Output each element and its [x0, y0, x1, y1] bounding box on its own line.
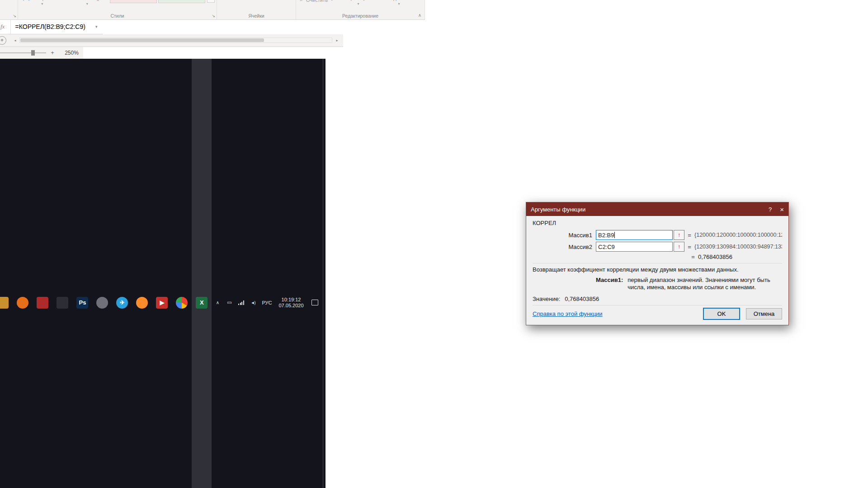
equals-sign: = [690, 253, 696, 260]
scroll-left-icon[interactable] [11, 38, 19, 42]
new-sheet-button[interactable] [0, 34, 9, 47]
dialog-close-icon[interactable] [780, 206, 784, 213]
system-tray: РУС 10:19:12 07.05.2020 [212, 59, 325, 488]
argument-row: Массив2 C2:C9 = {120309:130984:100030:94… [533, 242, 782, 252]
notification-center-icon[interactable] [307, 59, 323, 488]
group-label-styles: Стили [18, 13, 217, 19]
clear-label: Очистить [306, 0, 328, 3]
argument-value: C2:C9 [598, 244, 615, 250]
sort-filter-button[interactable]: Сортировка и фильтр [338, 0, 377, 12]
dialog-titlebar[interactable]: Аргументы функции ? [526, 202, 788, 216]
ribbon-group-number: Общий 000 Число [0, 0, 18, 19]
dialog-body: КОРРЕЛ Массив1 B2:B9 = {120000:120000:10… [526, 216, 788, 325]
clock[interactable]: 10:19:12 07.05.2020 [275, 59, 307, 488]
status-bar-right: 250% [0, 49, 79, 56]
argument-input[interactable]: C2:C9 [596, 242, 673, 252]
scroll-right-icon[interactable] [333, 38, 340, 42]
taskbar-app-button[interactable]: ✈ [112, 59, 132, 488]
function-help-link[interactable]: Справка по этой функции [533, 310, 603, 317]
insert-cells-button[interactable]: Вставить [219, 0, 243, 12]
equals-sign: = [686, 244, 693, 250]
cell-style-good[interactable]: Хороший [158, 0, 205, 3]
format-cells-button[interactable]: Формат [270, 0, 294, 12]
taskbar-app-icon: ▶ [156, 297, 168, 309]
formula-input[interactable]: =КОРРЕЛ(B2:B9;C2:C9) [11, 20, 90, 34]
gallery-more-icon[interactable] [207, 0, 215, 3]
taskbar-app-button[interactable]: Ps [72, 59, 92, 488]
equals-sign: = [686, 232, 693, 239]
conditional-formatting-button[interactable]: Условное форматирование [20, 0, 63, 12]
function-name: КОРРЕЛ [533, 220, 782, 226]
function-description: Возвращает коэффициент корреляции между … [533, 266, 782, 273]
cancel-button[interactable]: Отмена [746, 308, 782, 319]
function-arguments-dialog: Аргументы функции ? КОРРЕЛ Массив1 B2:B9… [526, 202, 789, 325]
taskbar-app-icon [96, 297, 108, 309]
zoom-slider[interactable] [0, 52, 46, 53]
dialog-launcher-icon[interactable] [212, 14, 215, 18]
value-label: Значение: [533, 296, 560, 302]
conditional-formatting-label: Условное форматирование [21, 0, 62, 1]
format-as-table-button[interactable]: Форматировать как таблицу [65, 0, 108, 12]
argument-input[interactable]: B2:B9 [596, 230, 673, 240]
show-desktop-button[interactable] [323, 59, 326, 488]
zoom-in-button[interactable] [51, 49, 54, 56]
taskbar-app-icon: X [196, 297, 208, 309]
taskbar-app-button[interactable] [52, 59, 72, 488]
taskbar-app-button[interactable] [0, 59, 13, 488]
collapse-dialog-icon[interactable] [674, 230, 684, 240]
expand-formula-bar-icon[interactable] [90, 20, 103, 34]
dialog-launcher-icon[interactable] [13, 14, 16, 18]
delete-cells-button[interactable]: Удалить [245, 0, 269, 12]
taskbar-app-button[interactable]: X [192, 59, 212, 488]
clock-time: 10:19:12 [282, 297, 301, 303]
taskbar-app-button[interactable] [33, 59, 52, 488]
taskbar-app-button[interactable] [13, 59, 33, 488]
horizontal-scrollbar[interactable] [9, 34, 343, 47]
group-label-editing: Редактирование [296, 13, 425, 19]
hscroll-track[interactable] [19, 38, 332, 43]
status-bar: Правка 250% [0, 47, 83, 59]
dialog-footer: Справка по этой функции OK Отмена [533, 308, 782, 319]
argument-help-label: Массив1: [596, 277, 627, 291]
argument-help-text: первый диапазон значений. Значениями мог… [627, 277, 782, 291]
hscroll-thumb[interactable] [20, 38, 264, 42]
taskbar: e ⚡ [0, 59, 326, 488]
argument-preview: {120309:130984:100030:94897:133948... [694, 244, 782, 250]
taskbar-app-button[interactable]: ▶ [152, 59, 172, 488]
collapse-ribbon-icon[interactable] [418, 13, 421, 18]
taskbar-app-icon: ✈ [116, 297, 128, 309]
group-label-cells: Ячейки [217, 13, 296, 19]
cell-style-bad[interactable]: Плохой [110, 0, 157, 3]
zoom-slider-thumb[interactable] [31, 50, 35, 56]
dialog-help-icon[interactable]: ? [769, 206, 772, 213]
cell-styles-gallery: Обычный Нейтральный Плохой Хороший [110, 0, 205, 12]
divider [533, 263, 782, 263]
find-select-button[interactable]: Найти и выделить [379, 0, 418, 12]
argument-value: B2:B9 [598, 232, 614, 239]
intermediate-result-row: = 0,768403856 [533, 253, 782, 260]
tray-pc-icon[interactable] [223, 59, 235, 488]
ribbon-group-cells: Вставить Удалить Формат Ячейки [217, 0, 296, 19]
taskbar-app-button[interactable] [172, 59, 192, 488]
value-row: Значение: 0,768403856 [533, 296, 782, 302]
taskbar-app-button[interactable] [92, 59, 112, 488]
language-indicator[interactable]: РУС [259, 59, 275, 488]
collapse-dialog-icon[interactable] [674, 242, 684, 252]
taskbar-app-icon [176, 297, 188, 309]
tray-network-icon[interactable] [235, 59, 247, 488]
clock-date: 07.05.2020 [278, 303, 303, 309]
tray-volume-icon[interactable] [247, 59, 259, 488]
tray-chevron-icon[interactable] [212, 59, 223, 488]
insert-function-icon[interactable]: fx [0, 20, 9, 34]
taskbar-app-icon [136, 297, 148, 309]
eraser-icon [298, 0, 304, 3]
taskbar-app-icon: Ps [76, 297, 88, 309]
taskbar-app-button[interactable] [132, 59, 152, 488]
zoom-percentage[interactable]: 250% [59, 50, 79, 56]
clear-button[interactable]: Очистить [298, 0, 336, 3]
argument-label: Массив1 [533, 232, 596, 239]
ok-button[interactable]: OK [703, 308, 740, 319]
find-select-label: Найти и выделить [380, 0, 416, 1]
gallery-scroll-buttons [207, 0, 215, 12]
ribbon-group-editing: Автосумма Заполнить Очистить Сортировка … [296, 0, 425, 19]
